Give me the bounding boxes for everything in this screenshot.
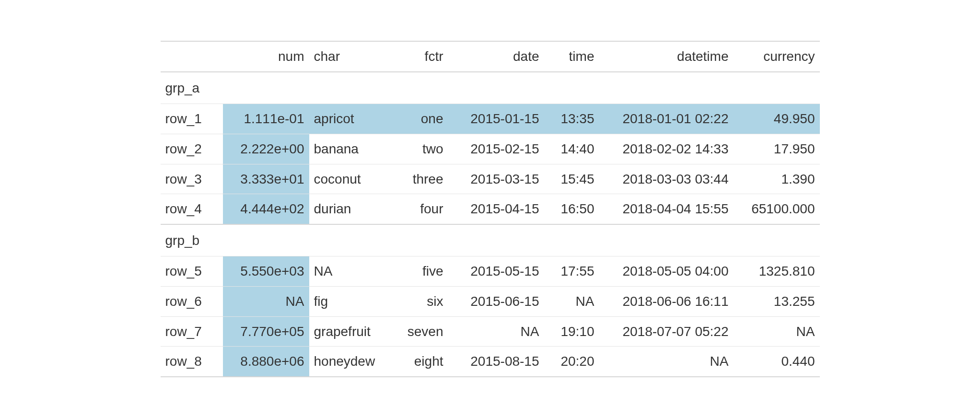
cell-datetime: 2018-01-01 02:22 (599, 104, 734, 134)
cell-time: 15:45 (544, 164, 599, 194)
cell-num: 1.111e-01 (223, 104, 309, 134)
cell-num: 3.333e+01 (223, 164, 309, 194)
cell-stub: row_7 (161, 316, 223, 347)
cell-datetime: 2018-05-05 04:00 (599, 256, 734, 287)
cell-stub: row_3 (161, 164, 223, 194)
cell-char: fig (309, 286, 391, 316)
cell-char: NA (309, 256, 391, 287)
cell-currency: 49.950 (734, 104, 820, 134)
col-header-currency: currency (734, 41, 820, 72)
cell-fctr: six (391, 286, 448, 316)
cell-num: 5.550e+03 (223, 256, 309, 287)
col-header-time: time (544, 41, 599, 72)
cell-char: coconut (309, 164, 391, 194)
col-header-num: num (223, 41, 309, 72)
cell-stub: row_5 (161, 256, 223, 287)
cell-date: 2015-08-15 (448, 347, 544, 377)
cell-stub: row_6 (161, 286, 223, 316)
cell-currency: 1.390 (734, 164, 820, 194)
header-row: num char fctr date time datetime currenc… (161, 41, 820, 72)
group-row: grp_a (161, 72, 820, 104)
cell-currency: NA (734, 316, 820, 347)
cell-fctr: one (391, 104, 448, 134)
table-body: grp_arow_11.111e-01apricotone2015-01-151… (161, 72, 820, 377)
cell-datetime: 2018-04-04 15:55 (599, 194, 734, 224)
cell-num: NA (223, 286, 309, 316)
cell-stub: row_8 (161, 347, 223, 377)
group-row: grp_b (161, 224, 820, 256)
cell-time: 19:10 (544, 316, 599, 347)
cell-num: 4.444e+02 (223, 194, 309, 224)
stub-head (161, 41, 223, 72)
cell-datetime: 2018-02-02 14:33 (599, 134, 734, 164)
cell-currency: 13.255 (734, 286, 820, 316)
table-row: row_11.111e-01apricotone2015-01-1513:352… (161, 104, 820, 134)
cell-char: grapefruit (309, 316, 391, 347)
cell-num: 8.880e+06 (223, 347, 309, 377)
cell-char: apricot (309, 104, 391, 134)
cell-num: 2.222e+00 (223, 134, 309, 164)
table-row: row_44.444e+02durianfour2015-04-1516:502… (161, 194, 820, 224)
cell-currency: 1325.810 (734, 256, 820, 287)
cell-date: 2015-03-15 (448, 164, 544, 194)
col-header-date: date (448, 41, 544, 72)
cell-fctr: eight (391, 347, 448, 377)
cell-time: 17:55 (544, 256, 599, 287)
cell-date: 2015-02-15 (448, 134, 544, 164)
cell-date: NA (448, 316, 544, 347)
cell-char: honeydew (309, 347, 391, 377)
col-header-fctr: fctr (391, 41, 448, 72)
cell-currency: 17.950 (734, 134, 820, 164)
cell-char: banana (309, 134, 391, 164)
cell-time: 20:20 (544, 347, 599, 377)
cell-fctr: four (391, 194, 448, 224)
group-label: grp_a (161, 72, 820, 104)
cell-stub: row_2 (161, 134, 223, 164)
table-row: row_88.880e+06honeydeweight2015-08-1520:… (161, 347, 820, 377)
col-header-datetime: datetime (599, 41, 734, 72)
cell-fctr: seven (391, 316, 448, 347)
cell-time: 13:35 (544, 104, 599, 134)
table-row: row_6NAfigsix2015-06-15NA2018-06-06 16:1… (161, 286, 820, 316)
data-table: num char fctr date time datetime currenc… (161, 41, 820, 377)
table-row: row_33.333e+01coconutthree2015-03-1515:4… (161, 164, 820, 194)
cell-currency: 65100.000 (734, 194, 820, 224)
table-row: row_22.222e+00bananatwo2015-02-1514:4020… (161, 134, 820, 164)
cell-datetime: NA (599, 347, 734, 377)
cell-date: 2015-01-15 (448, 104, 544, 134)
cell-fctr: five (391, 256, 448, 287)
cell-datetime: 2018-03-03 03:44 (599, 164, 734, 194)
cell-stub: row_4 (161, 194, 223, 224)
table-row: row_55.550e+03NAfive2015-05-1517:552018-… (161, 256, 820, 287)
col-header-char: char (309, 41, 391, 72)
cell-date: 2015-05-15 (448, 256, 544, 287)
cell-date: 2015-04-15 (448, 194, 544, 224)
cell-datetime: 2018-06-06 16:11 (599, 286, 734, 316)
cell-num: 7.770e+05 (223, 316, 309, 347)
cell-char: durian (309, 194, 391, 224)
group-label: grp_b (161, 224, 820, 256)
cell-stub: row_1 (161, 104, 223, 134)
cell-datetime: 2018-07-07 05:22 (599, 316, 734, 347)
cell-time: 16:50 (544, 194, 599, 224)
cell-time: 14:40 (544, 134, 599, 164)
cell-currency: 0.440 (734, 347, 820, 377)
page-wrap: num char fctr date time datetime currenc… (0, 0, 980, 418)
cell-fctr: three (391, 164, 448, 194)
cell-time: NA (544, 286, 599, 316)
cell-fctr: two (391, 134, 448, 164)
cell-date: 2015-06-15 (448, 286, 544, 316)
table-row: row_77.770e+05grapefruitsevenNA19:102018… (161, 316, 820, 347)
